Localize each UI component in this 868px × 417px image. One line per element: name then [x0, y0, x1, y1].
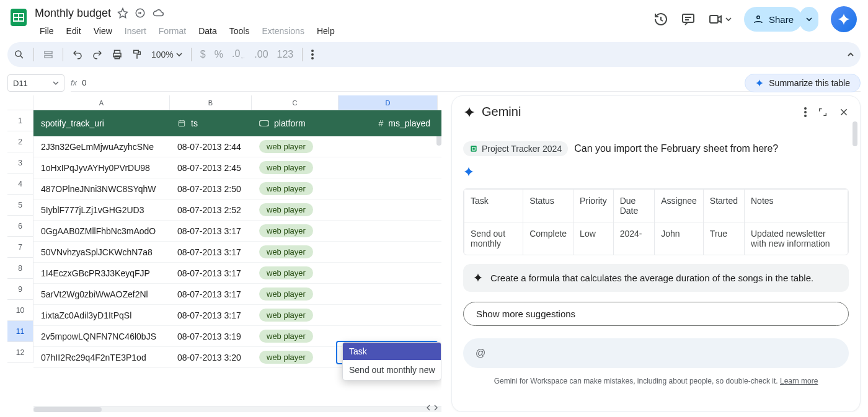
table-row[interactable]: 5IyblF777jLZj1vGHG2UD308-07-2013 2:52web…	[33, 200, 441, 221]
print-icon[interactable]	[112, 49, 123, 60]
menu-format: Format	[154, 24, 191, 38]
sparkle-icon	[463, 166, 849, 177]
table-row[interactable]: 2J3n32GeLmMjwuAzyhcSNe08-07-2013 2:44web…	[33, 136, 441, 157]
learn-more-link[interactable]: Learn more	[780, 377, 818, 385]
collapse-toolbar-icon[interactable]	[847, 51, 854, 58]
sheet-nav-left-icon[interactable]	[425, 405, 432, 411]
select-all-corner[interactable]	[7, 95, 33, 110]
row-header-6[interactable]: 6	[7, 216, 33, 237]
row-header-4[interactable]: 4	[7, 173, 33, 195]
suggestion-card[interactable]: Create a formula that calculates the ave…	[463, 264, 849, 292]
more-formats-button[interactable]: 123	[277, 49, 294, 60]
menu-edit[interactable]: Edit	[61, 24, 86, 38]
svg-point-21	[804, 111, 807, 113]
source-chip[interactable]: Project Tracker 2024	[463, 141, 568, 156]
menu-data[interactable]: Data	[193, 24, 222, 38]
panel-expand-icon[interactable]	[818, 107, 828, 117]
svg-rect-14	[134, 50, 139, 53]
menu-view[interactable]: View	[89, 24, 117, 38]
move-icon[interactable]	[135, 7, 146, 19]
format-currency-icon[interactable]: $	[200, 49, 206, 60]
svg-rect-9	[45, 51, 52, 54]
svg-rect-18	[179, 121, 184, 126]
table-row[interactable]: 1I4EczxGBcPR3J3KeyqFJP08-07-2013 3:17web…	[33, 263, 441, 284]
increase-decimal-icon[interactable]: .00	[254, 49, 268, 60]
calendar-icon	[177, 119, 186, 128]
doc-title[interactable]: Monthly budget	[35, 7, 111, 20]
table-header-row: spotify_track_uri ts platform #ms_played	[33, 110, 441, 136]
row-header-8[interactable]: 8	[7, 258, 33, 279]
spreadsheet[interactable]: A B C D 123456789101112 spotify_track_ur…	[7, 95, 441, 412]
gemini-launcher-icon[interactable]	[831, 6, 857, 32]
row-header-5[interactable]: 5	[7, 195, 33, 216]
sheet-nav-right-icon[interactable]	[433, 405, 439, 411]
row-header-9[interactable]: 9	[7, 279, 33, 300]
gemini-panel: Gemini Project Tracker 2024 Can you impo…	[451, 95, 861, 412]
undo-icon[interactable]	[72, 49, 83, 60]
show-more-suggestions-button[interactable]: Show more suggestions	[463, 302, 849, 326]
svg-point-17	[311, 57, 314, 59]
search-icon[interactable]	[14, 49, 25, 60]
menu-extensions: Extensions	[257, 24, 309, 38]
table-row[interactable]: 487OPlneJNni3NWC8SYqhW08-07-2013 2:50web…	[33, 178, 441, 200]
chip-icon	[259, 120, 269, 126]
decrease-decimal-icon[interactable]: .0←	[232, 48, 246, 61]
row-header-10[interactable]: 10	[7, 300, 33, 321]
row-header-11[interactable]: 11	[7, 321, 33, 342]
row-header-2[interactable]: 2	[7, 131, 33, 152]
fx-icon: fx	[71, 78, 77, 87]
row-header-3[interactable]: 3	[7, 152, 33, 173]
overflow-icon[interactable]	[311, 50, 314, 59]
table-row[interactable]: 1ixtaZc0Adil3yD1ItPqSl08-07-2013 3:17web…	[33, 305, 441, 326]
column-header-C[interactable]: C	[252, 95, 339, 110]
panel-scrollbar[interactable]	[852, 121, 857, 146]
cloud-icon[interactable]	[152, 7, 164, 19]
svg-rect-6	[710, 15, 718, 23]
row-header-7[interactable]: 7	[7, 237, 33, 258]
table-row[interactable]: 5arVt2Wg0zbiWwAOZef2Nl08-07-2013 3:17web…	[33, 284, 441, 305]
svg-rect-5	[683, 14, 694, 22]
summarize-button[interactable]: Summarize this table	[745, 74, 861, 92]
svg-rect-10	[45, 56, 52, 58]
menu-file[interactable]: File	[35, 24, 59, 38]
star-icon[interactable]	[117, 7, 128, 19]
hash-icon: #	[379, 118, 384, 128]
filter-views-icon[interactable]	[43, 49, 54, 60]
formula-input[interactable]: 0	[82, 78, 86, 87]
name-box[interactable]: D11	[7, 74, 64, 92]
column-header-B[interactable]: B	[170, 95, 252, 110]
sparkle-icon	[473, 273, 483, 283]
svg-point-8	[16, 51, 21, 56]
column-header-A[interactable]: A	[33, 95, 170, 110]
horizontal-scrollbar[interactable]	[33, 406, 441, 412]
svg-point-15	[311, 50, 314, 52]
panel-more-icon[interactable]	[804, 107, 807, 117]
svg-point-16	[311, 53, 314, 56]
zoom-select[interactable]: 100%	[151, 50, 182, 59]
cell-preview-popover: Task Send out monthly new	[342, 342, 441, 380]
table-row[interactable]: 0GgAAB0ZMllFhbNc3mAodO08-07-2013 3:17web…	[33, 221, 441, 242]
gemini-icon	[463, 106, 476, 118]
table-row[interactable]: 50VNvhzyaSplJCKWchN7a808-07-2013 3:17web…	[33, 242, 441, 263]
menu-tools[interactable]: Tools	[224, 24, 255, 38]
row-header-1[interactable]: 1	[7, 110, 33, 131]
svg-rect-19	[259, 120, 269, 126]
meet-icon[interactable]	[708, 12, 732, 27]
format-percent-icon[interactable]: %	[215, 49, 223, 60]
share-dropdown[interactable]	[800, 7, 818, 32]
column-header-D[interactable]: D	[339, 95, 438, 110]
sheets-logo[interactable]	[7, 6, 30, 29]
svg-point-20	[804, 107, 807, 110]
history-icon[interactable]	[653, 12, 668, 27]
svg-point-7	[757, 16, 760, 19]
paint-format-icon[interactable]	[131, 49, 143, 60]
panel-close-icon[interactable]	[839, 107, 849, 117]
comment-icon[interactable]	[681, 12, 696, 27]
row-header-12[interactable]: 12	[7, 342, 33, 363]
user-prompt: Can you import the February sheet from h…	[574, 143, 778, 154]
menu-help[interactable]: Help	[312, 24, 340, 38]
gemini-compose-input[interactable]: @	[463, 338, 849, 368]
share-button[interactable]: Share	[744, 7, 802, 32]
table-row[interactable]: 1oHxIPqJyvAYHy0PVrDU9808-07-2013 2:45web…	[33, 157, 441, 178]
redo-icon[interactable]	[92, 49, 103, 60]
